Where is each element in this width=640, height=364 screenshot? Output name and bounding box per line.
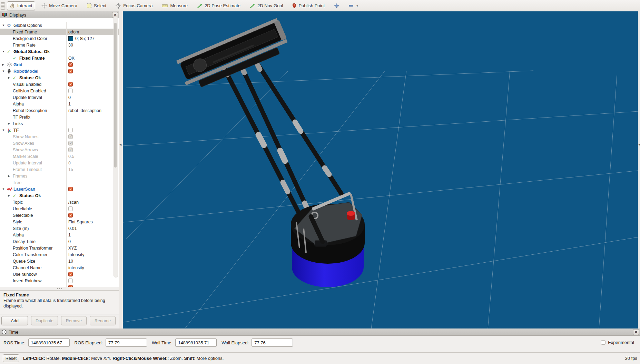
tree-row-grid[interactable]: ▶Grid (0, 61, 119, 68)
duplicate-button[interactable]: Duplicate (31, 316, 58, 325)
property-checkbox[interactable] (68, 82, 73, 87)
tree-row-robotmodel[interactable]: ▼RobotModel (0, 68, 119, 74)
property-checkbox[interactable] (68, 213, 73, 218)
property-value-cell[interactable]: XYZ (66, 245, 119, 251)
property-name-cell[interactable]: Show Axes (0, 140, 66, 146)
3d-viewport[interactable] (123, 11, 638, 328)
color-swatch[interactable] (68, 36, 73, 41)
property-checkbox[interactable] (68, 69, 73, 73)
property-name-cell[interactable]: Frame Timeout (0, 166, 66, 173)
property-name-cell[interactable]: ▶Links (0, 120, 66, 127)
property-name-cell[interactable]: ▶✓Status: Ok (0, 74, 66, 81)
2d-nav-goal-tool-button[interactable]: 2D Nav Goal (247, 1, 286, 10)
property-value-cell[interactable] (66, 212, 119, 219)
ros-time-input[interactable] (28, 338, 70, 347)
expander-icon[interactable]: ▼ (2, 50, 7, 53)
property-name-cell[interactable]: ▼✓Global Status: Ok (0, 48, 66, 55)
tree-row-frame-rate[interactable]: Frame Rate30 (0, 42, 119, 48)
tree-row-show-axes[interactable]: Show Axes (0, 140, 119, 146)
dock-splitter-right[interactable]: ◀ (638, 11, 640, 328)
property-value-cell[interactable]: 0; 85; 127 (66, 35, 119, 42)
tree-row-selectable[interactable]: Selectable (0, 212, 119, 219)
tree-row-update-interval[interactable]: Update Interval0 (0, 94, 119, 101)
property-checkbox[interactable] (68, 128, 73, 132)
2d-pose-estimate-tool-button[interactable]: 2D Pose Estimate (194, 1, 244, 10)
add-display-tool-button[interactable] (331, 1, 342, 10)
tree-row-position-transformer[interactable]: Position TransformerXYZ (0, 245, 119, 251)
help-splitter-handle[interactable] (0, 287, 119, 290)
rename-button[interactable]: Rename (90, 316, 116, 325)
property-checkbox[interactable] (68, 206, 73, 211)
wall-time-input[interactable] (175, 338, 217, 347)
property-value-cell[interactable] (66, 205, 119, 212)
interact-tool-button[interactable]: Interact (7, 1, 35, 10)
property-name-cell[interactable]: ✓Fixed Frame (0, 55, 66, 61)
tree-row-global-status-ok[interactable]: ▼✓Global Status: Ok (0, 48, 119, 55)
property-name-cell[interactable]: Collision Enabled (0, 88, 66, 94)
property-name-cell[interactable]: Tree (0, 179, 66, 186)
tree-row-marker-scale[interactable]: Marker Scale0.5 (0, 153, 119, 160)
tree-row-frame-timeout[interactable]: Frame Timeout15 (0, 166, 119, 173)
tree-row-links[interactable]: ▶Links (0, 120, 119, 127)
expander-icon[interactable]: ▶ (8, 76, 13, 79)
displays-tree[interactable]: ▼⚙Global OptionsFixed FrameodomBackgroun… (0, 18, 119, 287)
displays-panel-header[interactable]: Displays ✖ (0, 11, 119, 19)
wall-elapsed-input[interactable] (252, 338, 293, 347)
property-value-cell[interactable] (66, 127, 119, 133)
tree-row-update-interval[interactable]: Update Interval0 (0, 160, 119, 166)
tree-row-invert-rainbow[interactable]: Invert Rainbow (0, 277, 119, 284)
toolbar-grip-handle[interactable] (1, 2, 5, 10)
tree-row-robot-description[interactable]: Robot Descriptionrobot_description (0, 107, 119, 114)
move-camera-tool-button[interactable]: Move Camera (38, 1, 80, 10)
property-value-cell[interactable] (66, 68, 119, 74)
tree-row-partial[interactable] (0, 284, 119, 287)
tree-row-laserscan[interactable]: ▼LaserScan (0, 186, 119, 192)
property-name-cell[interactable]: Fixed Frame (0, 29, 66, 35)
tree-scrollbar[interactable] (114, 16, 118, 277)
property-value-cell[interactable] (66, 133, 119, 140)
property-value-cell[interactable] (66, 140, 119, 146)
property-name-cell[interactable]: Show Names (0, 133, 66, 140)
tree-row-tf[interactable]: ▼TF (0, 127, 119, 133)
property-name-cell[interactable]: Position Transformer (0, 245, 66, 251)
property-value-cell[interactable] (66, 271, 119, 277)
expander-icon[interactable]: ▼ (2, 188, 7, 191)
property-name-cell[interactable]: Size (m) (0, 225, 66, 232)
property-value-cell[interactable] (66, 186, 119, 192)
tree-row-queue-size[interactable]: Queue Size10 (0, 258, 119, 264)
property-checkbox[interactable] (68, 272, 73, 276)
add-button[interactable]: Add (1, 316, 28, 325)
tree-row-tf-prefix[interactable]: TF Prefix (0, 114, 119, 120)
expander-icon[interactable]: ▶ (8, 122, 13, 125)
property-value-cell[interactable]: Intensity (66, 251, 119, 258)
property-value-cell[interactable]: 30 (66, 42, 119, 48)
property-checkbox[interactable] (68, 62, 73, 67)
property-name-cell[interactable]: Robot Description (0, 107, 66, 114)
tree-row-decay-time[interactable]: Decay Time0 (0, 238, 119, 245)
tree-row-channel-name[interactable]: Channel Nameintensity (0, 264, 119, 271)
property-value-cell[interactable]: intensity (66, 264, 119, 271)
tree-row-frames[interactable]: ▶Frames (0, 173, 119, 179)
property-name-cell[interactable]: Marker Scale (0, 153, 66, 160)
tree-row-show-names[interactable]: Show Names (0, 133, 119, 140)
experimental-toggle[interactable]: Experimental (601, 340, 634, 345)
remove-display-tool-button[interactable]: ▾ (345, 1, 361, 10)
tree-row-show-arrows[interactable]: Show Arrows (0, 146, 119, 153)
property-name-cell[interactable]: Use rainbow (0, 271, 66, 277)
property-value-cell[interactable]: 0.01 (66, 225, 119, 232)
property-value-cell[interactable]: 0.5 (66, 153, 119, 160)
time-panel-header[interactable]: Time ✖ (0, 328, 640, 336)
property-value-cell[interactable]: /scan (66, 199, 119, 205)
property-name-cell[interactable]: ▼⚙Global Options (0, 22, 66, 29)
tree-row-tree[interactable]: Tree (0, 179, 119, 186)
tree-row-style[interactable]: StyleFlat Squares (0, 219, 119, 225)
tree-row-visual-enabled[interactable]: Visual Enabled (0, 81, 119, 88)
property-name-cell[interactable]: Decay Time (0, 238, 66, 245)
focus-camera-tool-button[interactable]: Focus Camera (112, 1, 156, 10)
expander-icon[interactable]: ▼ (2, 24, 7, 27)
property-checkbox[interactable] (68, 279, 73, 283)
tree-row-fixed-frame[interactable]: Fixed Frameodom (0, 29, 119, 35)
property-value-cell[interactable]: OK (66, 55, 119, 61)
tree-row-color-transformer[interactable]: Color TransformerIntensity (0, 251, 119, 258)
property-name-cell[interactable]: Queue Size (0, 258, 66, 264)
